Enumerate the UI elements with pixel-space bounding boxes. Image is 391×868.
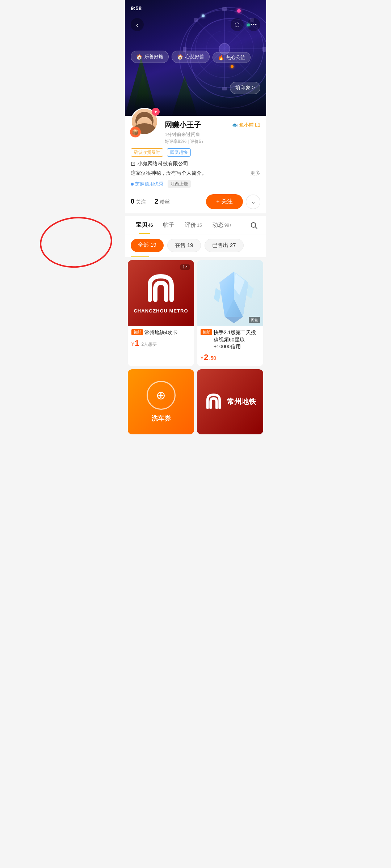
product-card-crystal[interactable]: 闲鱼 包邮 快手2.1版第二天投稿视频60星琼+10000信用 ¥ 2 .50 — [197, 260, 263, 366]
product-image-metro: CHANGZHOU METRO 1↗ — [128, 260, 194, 326]
more-button[interactable]: ••• — [247, 18, 260, 31]
bao-badge-crystal: 包邮 — [201, 329, 212, 335]
company-row: ⊡ 小鬼网络科技有限公司 — [131, 159, 260, 169]
crystal-shape — [212, 270, 248, 317]
product-card-wash[interactable]: ⊕ 洗车券 — [128, 369, 194, 434]
sub-tab-sold[interactable]: 已售出 27 — [205, 239, 244, 252]
profile-info: 网赚小王子 🐟 鱼小铺 L1 1分钟前来过闲鱼 好评率83% | 评价6 › — [165, 119, 260, 145]
impression-button[interactable]: 填印象 > — [230, 82, 260, 94]
chevron-right-icon: › — [202, 139, 203, 144]
sub-tabs: 全部 19 在售 19 已售出 27 — [125, 234, 266, 256]
company-icon: ⊡ — [131, 160, 135, 167]
tab-reviews[interactable]: 评价15 — [180, 216, 207, 234]
product-card-metro[interactable]: CHANGZHOU METRO 1↗ 包邮 常州地铁4次卡 ¥ 1 2人想要 — [128, 260, 194, 366]
bio-row: 这家伙很神秘，没有写个人简介。 更多 — [131, 169, 260, 178]
tag-delivery: 确认收货及时 — [131, 148, 163, 157]
sub-tab-all[interactable]: 全部 19 — [131, 239, 164, 252]
tabs-row: 宝贝46 帖子 评价15 动态99+ — [125, 216, 266, 234]
svg-marker-21 — [214, 288, 221, 302]
hero-section: 9:58 ‹ ⬡ ••• 🏠 乐善好施 🏠 心慈好善 🔥 热心公益 — [125, 0, 266, 116]
following-item[interactable]: 0 关注 — [131, 198, 146, 205]
following-count: 0 — [131, 198, 134, 205]
credit-row: 芝麻信用优秀 江西上饶 — [131, 178, 260, 190]
product-grid: CHANGZHOU METRO 1↗ 包邮 常州地铁4次卡 ¥ 1 2人想要 — [125, 257, 266, 369]
sub-tab-onsale[interactable]: 在售 19 — [167, 239, 201, 252]
more-icon: ••• — [251, 22, 257, 27]
product-price-crystal: ¥ 2 .50 — [201, 353, 260, 362]
back-button[interactable]: ‹ — [131, 18, 144, 31]
shop-badge[interactable]: 🐟 鱼小铺 L1 — [232, 122, 260, 128]
shop-badge-label: 鱼小铺 L1 — [239, 122, 260, 128]
share-icon: ⬡ — [235, 21, 240, 28]
product-image-crystal: 闲鱼 — [197, 260, 263, 326]
tabs-section: 宝贝46 帖子 评价15 动态99+ 全部 19 在售 19 已售出 27 — [125, 216, 266, 257]
company-name: 小鬼网络科技有限公司 — [138, 161, 188, 167]
status-bar: 9:58 — [125, 0, 266, 16]
following-label: 关注 — [136, 199, 146, 205]
profile-name: 网赚小王子 — [165, 120, 201, 130]
heart-badge: ♥ — [152, 108, 160, 116]
svg-rect-9 — [222, 87, 227, 90]
product-price-metro: ¥ 1 2人想要 — [131, 339, 190, 348]
wash-circle: ⊕ — [147, 381, 176, 410]
tab-activity[interactable]: 动态99+ — [207, 216, 237, 234]
more-actions-button[interactable]: ⌄ — [246, 195, 260, 209]
avatar-wrap: 📦 ♥ — [131, 108, 160, 137]
bao-badge: 包邮 — [131, 329, 143, 335]
avatar-decoration: 📦 — [130, 127, 141, 137]
credit-sesame[interactable]: 芝麻信用优秀 — [131, 181, 163, 187]
product-title-crystal: 快手2.1版第二天投稿视频60星琼+10000信用 — [214, 329, 260, 350]
product-corner-label: 1↗ — [180, 264, 190, 270]
status-time: 9:58 — [131, 5, 142, 11]
profile-last-seen: 1分钟前来过闲鱼 — [165, 131, 260, 138]
credit-dot-icon — [131, 183, 134, 186]
share-button[interactable]: ⬡ — [231, 18, 244, 31]
profile-rating[interactable]: 好评率83% | 评价6 › — [165, 139, 260, 145]
location-tag: 江西上饶 — [168, 180, 191, 188]
chevron-down-icon: ⌄ — [251, 198, 256, 205]
wash-icon: ⊕ — [156, 388, 166, 402]
badge-charity: 🔥 热心公益 — [213, 52, 251, 63]
metro-text-changzhou: CHANGZHOU METRO — [134, 308, 188, 314]
tab-search-button[interactable] — [247, 219, 260, 232]
profile-top: 📦 ♥ 网赚小王子 🐟 鱼小铺 L1 1分钟前来过闲鱼 好评率83% | 评价6… — [131, 116, 260, 145]
bottom-product-grid: ⊕ 洗车券 常州地铁 — [125, 369, 266, 437]
crystal-svg — [212, 270, 256, 324]
follow-stats: 0 关注 2 粉丝 — [131, 198, 170, 205]
follow-buttons: + 关注 ⌄ — [206, 194, 260, 209]
bio-more-button[interactable]: 更多 — [250, 170, 260, 176]
badge-tags-container: 🏠 乐善好施 🏠 心慈好善 🔥 热心公益 — [125, 51, 266, 63]
wash-label: 洗车券 — [151, 414, 171, 423]
tab-baobei[interactable]: 宝贝46 — [131, 216, 158, 234]
product-title-metro: 常州地铁4次卡 — [144, 329, 178, 336]
product-info-crystal: 包邮 快手2.1版第二天投稿视频60星琼+10000信用 ¥ 2 .50 — [197, 326, 263, 366]
metro-logo: CHANGZHOU METRO — [134, 273, 188, 314]
svg-point-14 — [251, 222, 256, 227]
search-icon — [250, 221, 258, 229]
bio-text: 这家伙很神秘，没有写个人简介。 — [131, 170, 207, 176]
badge-ciz: 🏠 心慈好善 — [172, 51, 210, 63]
badge-lez: 🏠 乐善好施 — [131, 51, 169, 63]
metro2-label: 常州地铁 — [227, 397, 256, 407]
metro-symbol-svg — [144, 273, 177, 305]
followers-count: 2 — [155, 198, 158, 205]
followers-item[interactable]: 2 粉丝 — [155, 198, 170, 205]
tab-posts[interactable]: 帖子 — [158, 216, 180, 234]
nav-bar: ‹ ⬡ ••• — [125, 16, 266, 33]
wash-card-image: ⊕ 洗车券 — [128, 369, 194, 434]
metro2-image: 常州地铁 — [197, 369, 263, 434]
profile-section: 📦 ♥ 网赚小王子 🐟 鱼小铺 L1 1分钟前来过闲鱼 好评率83% | 评价6… — [125, 116, 266, 213]
svg-line-15 — [255, 227, 257, 229]
product-info-metro: 包邮 常州地铁4次卡 ¥ 1 2人想要 — [128, 326, 194, 352]
profile-tags: 确认收货及时 回复超快 — [131, 145, 260, 159]
fish-icon: 🐟 — [232, 122, 238, 128]
product-corner-badge: 闲鱼 — [249, 317, 260, 323]
follow-row: 0 关注 2 粉丝 + 关注 ⌄ — [131, 190, 260, 213]
follow-button[interactable]: + 关注 — [206, 194, 243, 209]
svg-marker-20 — [225, 317, 243, 323]
metro2-symbol — [205, 391, 223, 413]
back-icon: ‹ — [136, 21, 139, 29]
tag-reply: 回复超快 — [167, 148, 191, 157]
product-card-metro2[interactable]: 常州地铁 — [197, 369, 263, 434]
followers-label: 粉丝 — [160, 199, 170, 205]
